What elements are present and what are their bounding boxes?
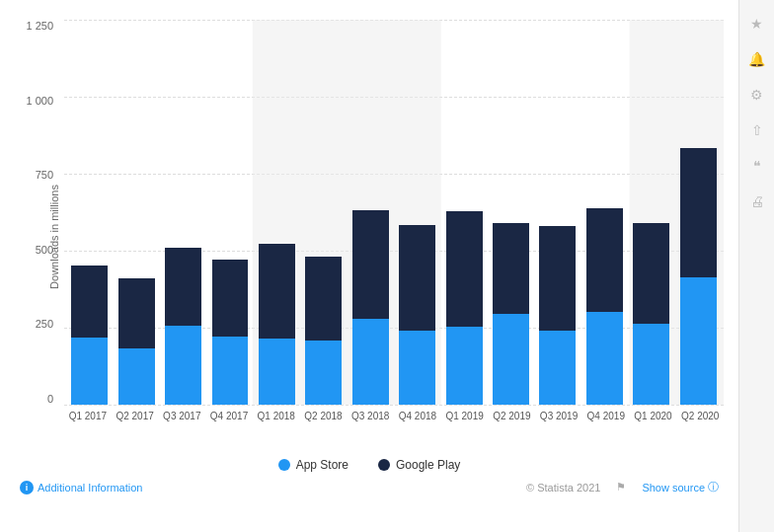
bar-stack — [352, 210, 389, 405]
bar-stack — [586, 208, 623, 405]
info-icon: i — [20, 481, 34, 494]
legend-color-dot — [378, 459, 390, 471]
bar-group — [208, 20, 251, 405]
legend-label: Google Play — [396, 458, 460, 472]
copyright-text: © Statista 2021 — [526, 482, 600, 494]
main-container: Downloads in millions 1 2501 00075050025… — [0, 0, 774, 532]
bar-stack — [399, 225, 435, 405]
bar-app-store — [539, 331, 576, 405]
sidebar-icon-5[interactable]: 🖨 — [743, 188, 771, 215]
bar-app-store — [305, 341, 342, 405]
bar-google-play — [305, 257, 342, 340]
chart-area: Downloads in millions 1 2501 00075050025… — [0, 0, 738, 532]
bar-app-store — [680, 277, 717, 405]
bar-app-store — [165, 326, 201, 405]
x-label: Q1 2020 — [630, 405, 677, 454]
chart-inner — [64, 20, 724, 405]
x-label: Q2 2017 — [112, 405, 159, 454]
sidebar-icon-1[interactable]: 🔔 — [743, 45, 771, 73]
bar-stack — [118, 278, 155, 405]
legend: App StoreGoogle Play — [10, 458, 729, 476]
x-label: Q3 2018 — [347, 405, 394, 454]
bar-stack — [305, 257, 342, 405]
sidebar-icon-3[interactable]: ⇧ — [743, 116, 771, 144]
chart-wrapper: Downloads in millions 1 2501 00075050025… — [10, 20, 729, 454]
bar-google-play — [633, 223, 669, 324]
x-label: Q3 2017 — [158, 405, 205, 454]
bar-app-store — [71, 338, 108, 405]
x-label: Q1 2018 — [253, 405, 300, 454]
sidebar-icon-2[interactable]: ⚙ — [743, 81, 771, 109]
x-label: Q3 2019 — [535, 405, 582, 454]
legend-color-dot — [278, 459, 290, 471]
bar-google-play — [71, 266, 108, 338]
bar-group — [490, 20, 532, 405]
bar-google-play — [680, 148, 717, 277]
bar-group — [115, 20, 157, 405]
bar-google-play — [118, 278, 155, 348]
show-source-link[interactable]: Show source ⓘ — [642, 480, 719, 494]
bar-group — [162, 20, 204, 405]
x-label: Q4 2019 — [582, 405, 630, 454]
bar-app-store — [212, 337, 249, 405]
x-label: Q4 2018 — [394, 405, 441, 454]
bar-stack — [539, 226, 576, 405]
additional-info-label: Additional Information — [38, 482, 142, 494]
flag-icon: ⚑ — [616, 481, 626, 494]
x-label: Q1 2017 — [64, 405, 112, 454]
sidebar-icon-4[interactable]: ❝ — [743, 152, 771, 180]
bar-google-play — [259, 244, 295, 340]
bars-container — [64, 20, 724, 405]
bar-group — [68, 20, 111, 405]
bar-group — [676, 20, 719, 405]
bar-google-play — [586, 208, 623, 312]
legend-item: Google Play — [378, 458, 460, 472]
bar-stack — [446, 211, 483, 405]
bar-app-store — [633, 324, 669, 405]
y-axis-title: Downloads in millions — [48, 185, 60, 289]
bar-stack — [212, 260, 249, 405]
bar-google-play — [352, 210, 389, 319]
y-tick: 750 — [36, 169, 53, 181]
additional-info-link[interactable]: i Additional Information — [20, 481, 142, 494]
legend-item: App Store — [278, 458, 348, 472]
bar-group — [536, 20, 579, 405]
bar-stack — [493, 223, 529, 405]
bar-group — [302, 20, 345, 405]
bar-google-play — [446, 211, 483, 327]
bar-group — [442, 20, 485, 405]
bar-group — [349, 20, 392, 405]
x-label: Q2 2020 — [676, 405, 724, 454]
x-label: Q2 2018 — [300, 405, 348, 454]
sidebar-icon-0[interactable]: ★ — [743, 10, 771, 38]
bar-group — [583, 20, 626, 405]
bar-google-play — [493, 223, 529, 313]
bar-group — [256, 20, 298, 405]
bar-stack — [165, 248, 201, 405]
show-source-label: Show source — [642, 482, 705, 494]
bar-google-play — [539, 226, 576, 331]
bar-stack — [633, 223, 669, 405]
bar-stack — [71, 266, 108, 405]
bar-app-store — [493, 314, 529, 405]
footer: i Additional Information © Statista 2021… — [10, 476, 729, 498]
bar-app-store — [399, 331, 435, 405]
sidebar: ★🔔⚙⇧❝🖨 — [738, 0, 774, 532]
bar-app-store — [118, 348, 155, 405]
bar-app-store — [586, 312, 623, 405]
bar-app-store — [352, 319, 389, 405]
bar-app-store — [446, 327, 483, 405]
bar-google-play — [399, 225, 435, 331]
y-tick: 1 250 — [26, 20, 53, 32]
bar-app-store — [259, 339, 295, 405]
legend-label: App Store — [296, 458, 348, 472]
y-tick: 0 — [47, 393, 53, 405]
bar-google-play — [212, 260, 249, 337]
footer-right: © Statista 2021 ⚑ Show source ⓘ — [526, 480, 719, 494]
bar-group — [630, 20, 672, 405]
y-tick: 250 — [36, 318, 53, 330]
bar-stack — [259, 244, 295, 405]
bar-group — [396, 20, 438, 405]
bar-stack — [680, 148, 717, 405]
info-circle-icon: ⓘ — [708, 480, 719, 494]
